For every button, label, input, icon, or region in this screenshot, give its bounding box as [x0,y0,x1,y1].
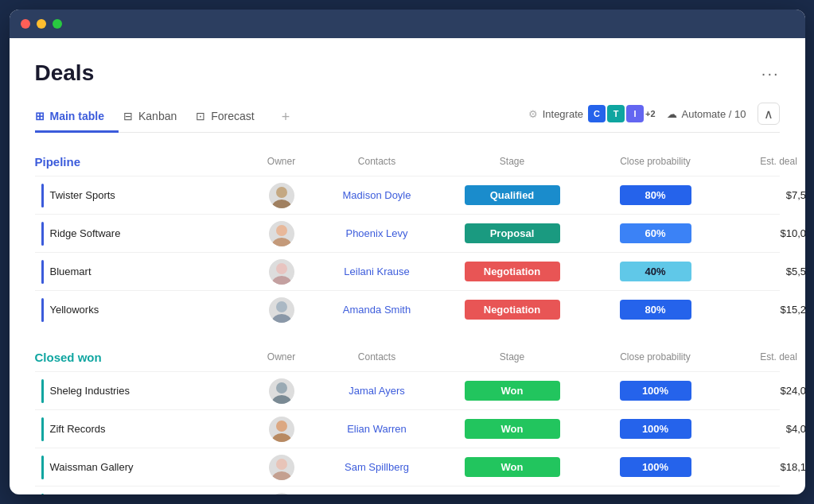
table-row: Sheleg Industries Jamal Ayers Won 100% $… [35,371,780,409]
contact-name[interactable]: Madison Doyle [314,189,441,201]
owner-cell [250,493,314,495]
owner-cell [250,378,314,404]
table-row: SFF Cruise Hannah Gluck Won 100% $5,800 [35,486,780,494]
stage-cell: Won [441,381,584,401]
contact-name[interactable]: Leilani Krause [314,266,441,277]
table-row: Yelloworks Amanda Smith Negotiation 80% … [35,290,780,328]
pipeline-col-owner: Owner [250,156,314,167]
kanban-icon: ⊟ [123,110,133,122]
integrate-button[interactable]: ⚙ Integrate C T I +2 [528,105,656,122]
pipeline-col-est: Est. deal [727,156,805,167]
tab-kanban[interactable]: ⊟ Kanban [123,102,191,133]
avatar [269,493,294,495]
avatar [269,221,294,246]
deal-cell: Bluemart [35,260,250,284]
prob-cell: 100% [584,419,727,439]
pipeline-col-stage: Stage [441,156,584,167]
svg-point-0 [276,187,287,198]
contact-name[interactable]: Amanda Smith [314,304,441,316]
est-deal: $24,000 [727,385,805,397]
closed-won-col-prob: Close probability [584,351,727,362]
ci-badge-2: T [607,105,625,122]
deal-cell: Yelloworks [35,298,250,322]
pipeline-table-body: Twister Sports Madison Doyle Qualified 8… [35,176,780,328]
contact-name[interactable]: Elian Warren [314,423,441,435]
contact-name[interactable]: Sam Spillberg [314,461,441,473]
table-row: Bluemart Leilani Krause Negotiation 40% … [35,252,780,290]
deal-cell: SFF Cruise [35,494,250,495]
contact-name[interactable]: Phoenix Levy [314,227,441,239]
tab-main-table-label: Main table [50,110,104,122]
automate-button[interactable]: ☁ Automate / 10 [667,108,746,120]
stage-badge: Negotiation [465,300,560,320]
closed-won-table-body: Sheleg Industries Jamal Ayers Won 100% $… [35,371,780,494]
ci-badge-1: C [588,105,606,122]
deal-cell: Sheleg Industries [35,379,250,403]
forecast-icon: ⊡ [196,110,205,122]
prob-badge: 80% [620,185,691,205]
page-title: Deals [35,60,95,86]
avatar [269,259,294,285]
main-content: Deals ··· ⊞ Main table ⊟ Kanban ⊡ Foreca… [10,38,805,494]
stage-badge: Qualified [465,185,560,205]
stage-cell: Proposal [441,223,584,243]
integrate-icon: ⚙ [528,108,538,120]
est-deal: $4,000 [727,423,805,435]
svg-point-3 [272,238,291,246]
svg-point-4 [276,263,287,274]
row-bar [41,184,44,207]
closed-won-col-stage: Stage [441,351,584,362]
table-icon: ⊞ [35,110,45,122]
minimize-dot[interactable] [37,19,46,29]
prob-badge: 80% [620,300,691,320]
avatar [269,417,294,442]
stage-cell: Qualified [441,185,584,205]
deal-name: Zift Records [50,423,106,435]
stage-cell: Won [441,419,584,439]
deal-name: Twister Sports [50,189,115,201]
row-bar [41,260,44,284]
prob-badge: 100% [620,457,691,477]
prob-cell: 40% [584,262,727,281]
contact-name[interactable]: Jamal Ayers [314,385,441,397]
stage-cell: Won [441,457,584,477]
collapse-button[interactable]: ∧ [758,103,780,125]
est-deal: $7,500 [727,189,805,201]
pipeline-header-row: Pipeline Owner Contacts Stage Close prob… [35,152,780,176]
page-header: Deals ··· [35,60,780,86]
table-row: Ridge Software Phoenix Levy Proposal 60%… [35,214,780,252]
closed-won-header-row: Closed won Owner Contacts Stage Close pr… [35,347,780,371]
table-row: Twister Sports Madison Doyle Qualified 8… [35,176,780,214]
deal-cell: Ridge Software [35,222,250,246]
closed-won-title: Closed won [35,351,250,364]
tab-main-table[interactable]: ⊞ Main table [35,102,119,133]
owner-cell [250,297,314,323]
avatar [269,297,294,323]
deal-cell: Waissman Gallery [35,456,250,479]
est-deal: $10,000 [727,227,805,239]
closed-won-col-owner: Owner [250,351,314,362]
closed-won-section: Closed won Owner Contacts Stage Close pr… [35,347,780,494]
more-button[interactable]: ··· [761,64,780,83]
prob-badge: 100% [620,381,691,401]
avatar [269,378,294,404]
tab-forecast[interactable]: ⊡ Forecast [196,102,268,133]
close-dot[interactable] [21,19,30,29]
row-bar [41,222,44,246]
tab-forecast-label: Forecast [211,110,254,122]
deal-cell: Twister Sports [35,184,250,207]
owner-cell [250,183,314,208]
tab-add-button[interactable]: + [274,109,298,126]
automate-label: Automate / 10 [682,108,746,120]
pipeline-col-prob: Close probability [584,156,727,167]
maximize-dot[interactable] [53,19,62,29]
pipeline-col-contacts: Contacts [314,156,441,167]
ci-plus: +2 [645,109,656,118]
closed-won-col-contacts: Contacts [314,351,441,362]
stage-cell: Negotiation [441,262,584,281]
ci-badge-3: I [626,105,644,122]
row-bar [41,494,44,495]
pipeline-title: Pipeline [35,155,250,169]
svg-point-6 [276,301,287,312]
svg-point-8 [276,382,287,394]
